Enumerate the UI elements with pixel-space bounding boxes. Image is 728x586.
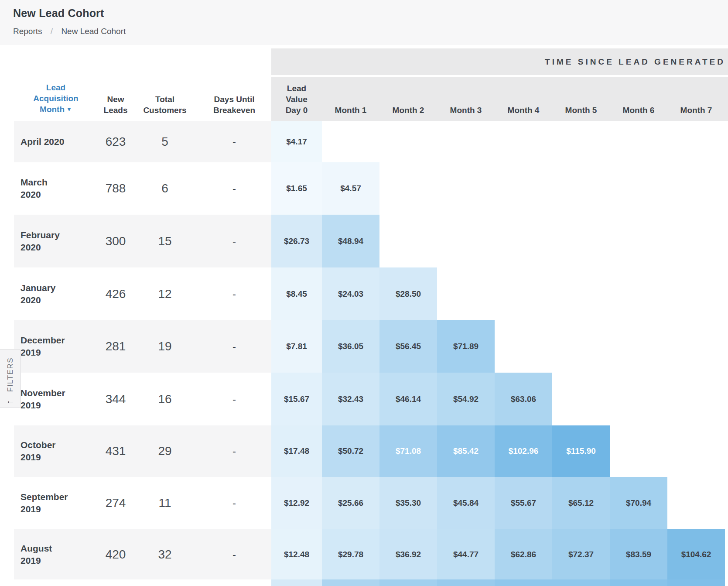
column-header-month-5[interactable]: Month 5 [563, 104, 600, 121]
heatmap-cell: $35.30 [379, 477, 437, 529]
heatmap-cell: $17.48 [271, 425, 322, 477]
heatmap-cell [667, 579, 725, 586]
group-header: TIME SINCE LEAD GENERATED [271, 48, 725, 75]
heatmap-cell: $7.81 [271, 320, 322, 373]
total-customers-value: 5 [161, 135, 168, 149]
column-header-new-leads[interactable]: NewLeads [101, 93, 130, 121]
heatmap-cell: $32.43 [322, 373, 379, 425]
heatmap-cell: $26.73 [271, 215, 322, 267]
column-header-line: Month▼ [33, 104, 78, 116]
table-row: January202042612-$8.45$24.03$28.50 [0, 267, 728, 320]
cohort-month-label: February2020 [21, 229, 60, 254]
total-customers-value: 32 [158, 548, 171, 562]
column-header-month-3[interactable]: Month 3 [448, 104, 485, 121]
column-header-line: Day 0 [286, 105, 308, 116]
breadcrumb-separator: / [51, 27, 53, 36]
app: New Lead Cohort Reports / New Lead Cohor… [0, 0, 728, 586]
heatmap-cell [552, 579, 610, 586]
new-leads-value: 274 [106, 496, 126, 510]
group-header-label: TIME SINCE LEAD GENERATED [545, 57, 725, 67]
breadcrumb: Reports / New Lead Cohort [13, 27, 126, 36]
new-leads-value: 300 [106, 234, 126, 248]
column-header-line: Month 1 [335, 105, 367, 116]
breadcrumb-reports-link[interactable]: Reports [13, 27, 42, 36]
cohort-month-label: November2019 [21, 387, 65, 411]
heatmap-cell: $102.96 [495, 425, 552, 477]
heatmap-cell: $44.77 [437, 529, 495, 579]
cohort-month-label: December2019 [21, 334, 65, 359]
heatmap-cell: $55.67 [495, 477, 552, 529]
column-header-line: Customers [143, 105, 186, 116]
column-header-line: Month 5 [565, 105, 597, 116]
days-until-breakeven-value: - [232, 136, 236, 148]
column-header-days-until-breakeven[interactable]: Days UntilBreakeven [211, 93, 258, 121]
column-header-line: Month 2 [393, 105, 424, 116]
heatmap-cell: $71.08 [379, 425, 437, 477]
total-customers-value: 19 [158, 339, 171, 353]
heatmap-cell: $8.45 [271, 267, 322, 320]
column-header-line: Total [143, 94, 186, 105]
column-header-month-2[interactable]: Month 2 [390, 104, 427, 121]
column-header-line: New [104, 94, 128, 105]
heatmap-cell: $56.45 [379, 320, 437, 373]
heatmap-cell [271, 579, 322, 586]
filters-tab[interactable]: FILTERS ← [0, 349, 21, 408]
breadcrumb-current: New Lead Cohort [61, 27, 126, 36]
total-customers-value: 11 [158, 496, 171, 510]
page-title: New Lead Cohort [13, 7, 104, 20]
days-until-breakeven-value: - [232, 182, 236, 195]
page-header: New Lead Cohort Reports / New Lead Cohor… [0, 0, 728, 45]
sort-desc-icon: ▼ [66, 106, 72, 113]
heatmap-cell: $72.37 [552, 529, 610, 579]
column-header-line: Month 3 [450, 105, 482, 116]
heatmap-cell: $4.17 [271, 121, 322, 162]
heatmap-cell: $48.94 [322, 215, 379, 267]
days-until-breakeven-value: - [232, 445, 236, 457]
table-row: March20207886-$1.65$4.57 [0, 162, 728, 215]
collapse-left-arrow-icon[interactable]: ← [6, 396, 15, 405]
days-until-breakeven-value: - [232, 548, 236, 561]
column-header-month-7[interactable]: Month 7 [678, 104, 715, 121]
heatmap-cell: $104.62 [667, 529, 725, 579]
heatmap-cell: $12.92 [271, 477, 322, 529]
column-header-month-6[interactable]: Month 6 [620, 104, 657, 121]
days-until-breakeven-value: - [232, 288, 236, 300]
cohort-month-label: September2019 [21, 491, 68, 515]
cohort-month-label: March2020 [21, 176, 48, 201]
heatmap-cell [379, 579, 437, 586]
heatmap-cell: $4.57 [322, 162, 379, 215]
table-row: December201928119-$7.81$36.05$56.45$71.8… [0, 320, 728, 373]
column-header-lead-value-day-0[interactable]: LeadValueDay 0 [283, 82, 311, 121]
heatmap-cell: $36.92 [379, 529, 437, 579]
heatmap-cell: $63.06 [495, 373, 552, 425]
column-header-line: Lead [33, 82, 78, 93]
column-header-total-customers[interactable]: TotalCustomers [140, 93, 189, 121]
heatmap-cell: $70.94 [610, 477, 667, 529]
new-leads-value: 344 [106, 392, 126, 406]
new-leads-value: 281 [106, 339, 126, 353]
heatmap-cell: $29.78 [322, 529, 379, 579]
days-until-breakeven-value: - [232, 340, 236, 353]
heatmap-cell: $24.03 [322, 267, 379, 320]
heatmap-cell: $62.86 [495, 529, 552, 579]
column-header-line: Value [286, 94, 308, 105]
total-customers-value: 6 [161, 182, 168, 195]
heatmap-cell: $1.65 [271, 162, 322, 215]
column-header-month-1[interactable]: Month 1 [332, 104, 369, 121]
new-leads-value: 431 [106, 444, 126, 458]
column-headers: LeadAcquisitionMonth▼NewLeadsTotalCustom… [0, 77, 728, 121]
column-header-line: Month 6 [623, 105, 655, 116]
heatmap-cell: $71.89 [437, 320, 495, 373]
new-leads-value: 426 [106, 287, 126, 301]
heatmap-cell: $83.59 [610, 529, 667, 579]
column-header-line: Acquisition [33, 93, 78, 104]
total-customers-value: 16 [158, 392, 171, 406]
column-header-month-4[interactable]: Month 4 [505, 104, 542, 121]
heatmap-cell: $15.67 [271, 373, 322, 425]
filters-tab-label: FILTERS [6, 357, 15, 392]
heatmap-cell: $115.90 [552, 425, 610, 477]
table-row: August201942032-$12.48$29.78$36.92$44.77… [0, 529, 728, 579]
heatmap-cell [610, 579, 667, 586]
column-header-lead-acquisition-month[interactable]: LeadAcquisitionMonth▼ [31, 82, 81, 121]
new-leads-value: 623 [106, 135, 126, 149]
